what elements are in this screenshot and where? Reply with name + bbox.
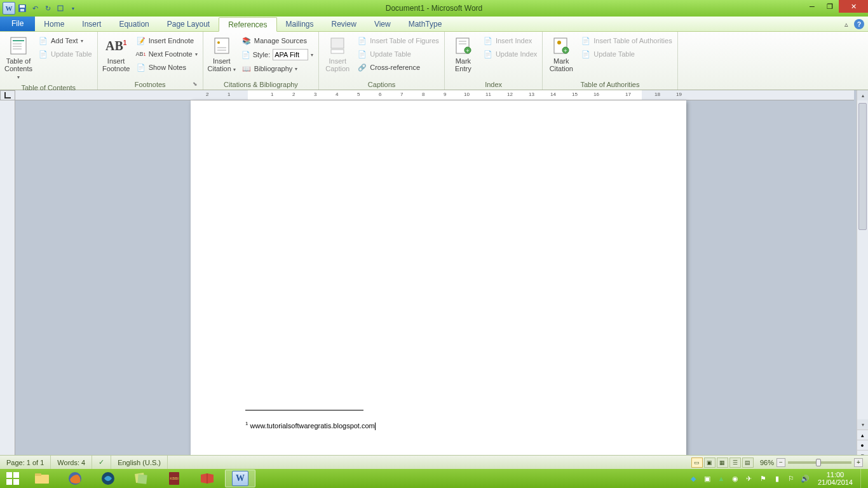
- prev-page-button[interactable]: ▴: [857, 430, 868, 440]
- mark-citation-button[interactable]: + MarkCitation: [545, 33, 577, 74]
- save-icon[interactable]: [17, 3, 28, 14]
- print-layout-view[interactable]: ▭: [691, 458, 703, 468]
- status-bar: Page: 1 of 1 Words: 4 ✓ English (U.S.) ▭…: [0, 455, 868, 469]
- insert-citation-button[interactable]: InsertCitation ▾: [206, 33, 238, 75]
- citation-style-row: 📄 Style: ▾: [239, 48, 316, 62]
- group-label-footnotes: Footnotes⬊: [100, 79, 200, 90]
- insert-endnote-button[interactable]: 📝Insert Endnote: [133, 34, 200, 47]
- group-label-captions: Captions: [322, 79, 442, 90]
- full-screen-view[interactable]: ▣: [704, 458, 715, 468]
- mark-citation-icon: +: [551, 36, 571, 56]
- tab-selector[interactable]: [0, 90, 15, 100]
- tab-stop-icon: [4, 92, 11, 98]
- battery-icon[interactable]: ▮: [772, 473, 782, 484]
- clock[interactable]: 11:0021/04/2014: [814, 470, 857, 487]
- footnote-text[interactable]: 1 www.tutorialsoftwaregratis.blogspot.co…: [245, 421, 376, 430]
- zoom-level[interactable]: 96%: [760, 459, 774, 466]
- manage-sources-button[interactable]: 📚Manage Sources: [239, 34, 316, 47]
- insert-index-button[interactable]: 📄Insert Index: [480, 34, 539, 47]
- mark-entry-button[interactable]: + MarkEntry: [447, 33, 479, 74]
- insert-caption-button[interactable]: InsertCaption: [322, 33, 353, 74]
- vertical-ruler[interactable]: [0, 100, 15, 460]
- tray-icon-4[interactable]: ◉: [730, 473, 740, 484]
- help-icon[interactable]: ?: [854, 19, 864, 29]
- toc-button[interactable]: Table ofContents ▾: [3, 33, 34, 83]
- page-status[interactable]: Page: 1 of 1: [0, 456, 51, 469]
- footnote-label: InsertFootnote: [102, 57, 130, 72]
- tab-references[interactable]: References: [219, 17, 276, 32]
- minimize-ribbon-icon[interactable]: ▵: [841, 19, 851, 29]
- style-dropdown[interactable]: [273, 49, 308, 60]
- undo-icon[interactable]: ↶: [29, 3, 41, 14]
- language-status[interactable]: English (U.S.): [111, 456, 168, 469]
- cross-reference-button[interactable]: 🔗Cross-reference: [355, 61, 442, 74]
- insert-footnote-button[interactable]: AB1 InsertFootnote: [100, 33, 132, 74]
- tab-mathtype[interactable]: MathType: [400, 17, 451, 31]
- outline-view[interactable]: ☰: [729, 458, 741, 468]
- insert-figures-button[interactable]: 📄Insert Table of Figures: [355, 34, 442, 47]
- svg-rect-14: [331, 50, 344, 53]
- minimize-button[interactable]: ─: [803, 0, 821, 13]
- show-notes-button[interactable]: 📄Show Notes: [133, 61, 200, 74]
- zoom-out-button[interactable]: −: [776, 458, 785, 467]
- browse-object-button[interactable]: ●: [857, 440, 868, 450]
- tab-review[interactable]: Review: [323, 17, 365, 31]
- vertical-scrollbar[interactable]: ▴ ▾ ▴ ● ▾: [857, 90, 868, 460]
- tray-icon-3[interactable]: ▲: [716, 473, 726, 484]
- scroll-down-button[interactable]: ▾: [857, 419, 868, 430]
- restore-button[interactable]: ❐: [821, 0, 839, 13]
- mark-entry-icon: +: [453, 36, 473, 56]
- ribbon-tabs: File Home Insert Equation Page Layout Re…: [0, 17, 868, 32]
- word-task[interactable]: W: [225, 470, 255, 487]
- browser-task[interactable]: [93, 470, 123, 487]
- draft-view[interactable]: ▤: [742, 458, 754, 468]
- start-button[interactable]: [0, 469, 25, 488]
- word-icon[interactable]: W: [3, 2, 15, 15]
- tab-insert[interactable]: Insert: [73, 17, 110, 31]
- qat-customize-icon[interactable]: ▾: [67, 3, 79, 14]
- add-text-button[interactable]: 📄Add Text ▾: [36, 34, 95, 47]
- scroll-thumb[interactable]: [858, 103, 867, 230]
- action-center-icon[interactable]: ⚑: [758, 473, 768, 484]
- web-layout-view[interactable]: ▦: [717, 458, 728, 468]
- notes-task[interactable]: [126, 470, 156, 487]
- book-task[interactable]: [192, 470, 222, 487]
- update-authorities-button[interactable]: 📄Update Table: [578, 48, 674, 60]
- volume-icon[interactable]: 🔊: [800, 473, 810, 484]
- qat-item-4[interactable]: [55, 3, 66, 14]
- update-index-button[interactable]: 📄Update Index: [480, 48, 539, 60]
- svg-text:KBBI: KBBI: [170, 477, 179, 480]
- document-page[interactable]: 1 www.tutorialsoftwaregratis.blogspot.co…: [191, 100, 686, 456]
- update-table-toc-button[interactable]: 📄Update Table: [36, 48, 95, 60]
- insert-authorities-button[interactable]: 📄Insert Table of Authorities: [578, 34, 674, 47]
- tab-view[interactable]: View: [365, 17, 400, 31]
- update-table-captions-button[interactable]: 📄Update Table: [355, 48, 442, 60]
- close-button[interactable]: ✕: [839, 0, 868, 13]
- file-tab[interactable]: File: [0, 16, 35, 31]
- svg-rect-1: [20, 5, 25, 8]
- bibliography-button[interactable]: 📖Bibliography ▾: [239, 62, 316, 75]
- word-count-status[interactable]: Words: 4: [51, 456, 92, 469]
- explorer-task[interactable]: [27, 470, 57, 487]
- footnotes-launcher[interactable]: ⬊: [191, 81, 199, 88]
- zoom-thumb[interactable]: [816, 459, 821, 466]
- tab-page-layout[interactable]: Page Layout: [158, 17, 219, 31]
- horizontal-ruler[interactable]: 21 12 34 56 78 910 1112 1314 1516 1718 1…: [15, 90, 854, 100]
- show-desktop-button[interactable]: [860, 469, 865, 488]
- flag-tray-icon[interactable]: ⚐: [786, 473, 796, 484]
- redo-icon[interactable]: ↻: [42, 3, 53, 14]
- zoom-slider[interactable]: [788, 461, 851, 464]
- zoom-in-button[interactable]: +: [854, 458, 863, 467]
- tab-home[interactable]: Home: [35, 17, 73, 31]
- tab-mailings[interactable]: Mailings: [277, 17, 323, 31]
- tab-equation[interactable]: Equation: [110, 17, 158, 31]
- airplane-mode-icon[interactable]: ✈: [744, 473, 754, 484]
- tray-icon-2[interactable]: ▣: [702, 473, 712, 484]
- next-footnote-button[interactable]: AB1Next Footnote ▾: [133, 48, 200, 60]
- firefox-task[interactable]: [60, 470, 90, 487]
- kbbi-task[interactable]: KBBI: [159, 470, 189, 487]
- scroll-up-button[interactable]: ▴: [857, 90, 868, 100]
- svg-rect-25: [13, 472, 19, 478]
- dropbox-tray-icon[interactable]: ◆: [688, 473, 698, 484]
- spell-check-status[interactable]: ✓: [92, 456, 111, 469]
